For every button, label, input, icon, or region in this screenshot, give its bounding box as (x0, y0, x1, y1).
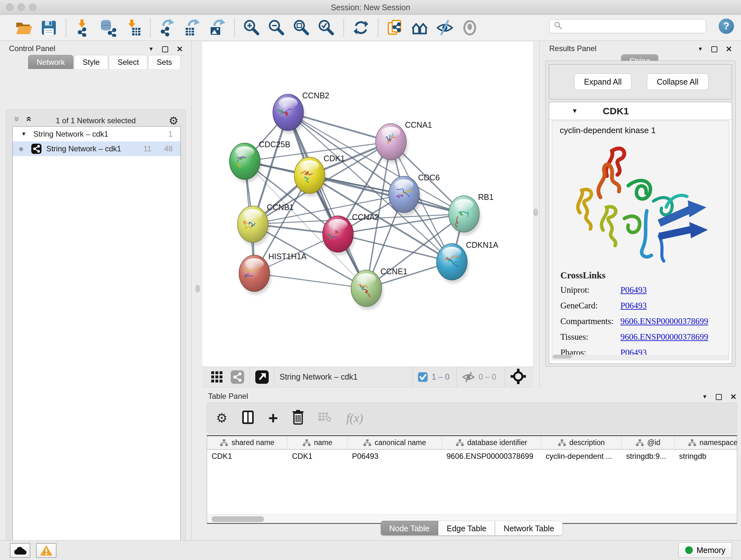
close-panel-icon[interactable]: ✕ (730, 392, 737, 401)
table-cell[interactable]: cyclin-dependent ... (541, 449, 622, 463)
table-cell[interactable]: P06493 (347, 449, 442, 463)
duplicate-network-button[interactable] (383, 17, 408, 39)
table-cell[interactable]: 9606.ENSP00000378699 (442, 449, 541, 463)
export-table-button[interactable] (180, 17, 205, 39)
crosslink-label: Uniprot: (560, 285, 620, 295)
results-scrollbar[interactable] (553, 355, 729, 359)
tab-sets[interactable]: Sets (148, 55, 181, 69)
collapse-panel-icon[interactable]: ▼ (148, 46, 154, 52)
crosslink-link[interactable]: P06493 (620, 285, 647, 295)
tab-select[interactable]: Select (109, 55, 147, 69)
table-cell[interactable]: CDK1 (207, 449, 287, 463)
hidden-eye-slash-icon[interactable] (462, 371, 475, 383)
network-view-title: String Network – cdk1 (280, 372, 358, 381)
export-image-button[interactable] (205, 17, 230, 39)
show-columns-icon[interactable] (242, 410, 254, 426)
section-collapse-icon[interactable]: ▼ (571, 107, 578, 115)
node-description: cyclin-dependent kinase 1 (560, 125, 729, 135)
tree-expand-icon[interactable]: ▼ (21, 131, 26, 137)
node-highlight (243, 209, 262, 220)
maximize-window-button[interactable] (29, 3, 37, 11)
hide-selected-button[interactable] (433, 17, 458, 39)
column-header-shared-name[interactable]: shared name (207, 436, 287, 449)
close-panel-icon[interactable]: ✕ (177, 45, 183, 54)
zoom-selected-button[interactable] (314, 17, 339, 39)
float-panel-icon[interactable] (162, 46, 168, 52)
grid-view-icon[interactable] (211, 371, 223, 383)
crosslink-link[interactable]: 9606.ENSP00000378699 (620, 316, 708, 326)
collapse-panel-icon[interactable]: ▼ (697, 46, 703, 52)
warning-status-button[interactable] (36, 543, 57, 558)
table-options-gear-icon[interactable]: ⚙ (216, 411, 227, 425)
import-network-button[interactable] (71, 17, 96, 39)
column-header-canonical-name[interactable]: canonical name (347, 436, 442, 449)
save-session-button[interactable] (37, 17, 61, 39)
selected-checkbox[interactable] (418, 372, 428, 382)
table-cell[interactable]: CDK1 (287, 449, 347, 463)
table-row[interactable]: CDK1CDK1P064939606.ENSP00000378699cyclin… (207, 449, 737, 463)
crosslink-label: Tissues: (560, 332, 620, 342)
column-type-icon (302, 439, 311, 447)
delete-column-icon[interactable] (292, 410, 304, 426)
column-header-namespace[interactable]: namespace (675, 436, 737, 449)
toolbar-separator (343, 18, 344, 37)
column-type-icon (636, 439, 644, 447)
show-all-button[interactable] (458, 17, 482, 39)
tab-network[interactable]: Network (28, 55, 73, 69)
crosslink-link[interactable]: 9606.ENSP00000378699 (620, 332, 708, 342)
refresh-icon (352, 19, 370, 37)
splitter-handle[interactable] (533, 208, 538, 216)
open-in-new-window-icon[interactable] (255, 370, 269, 384)
collapse-all-button[interactable]: Collapse All (647, 73, 709, 90)
open-session-button[interactable] (11, 17, 37, 39)
table-header-row: shared name name canonical name database… (207, 436, 737, 449)
zoom-fit-button[interactable] (289, 17, 314, 39)
collapse-panel-icon[interactable]: ▼ (702, 394, 708, 400)
memory-button[interactable]: Memory (678, 543, 732, 558)
tab-style[interactable]: Style (74, 55, 108, 69)
zoom-in-button[interactable] (239, 17, 264, 39)
table-panel: Table Panel ▼ ✕ ⚙ + f(x) (202, 387, 741, 540)
birds-eye-view-icon[interactable] (510, 368, 527, 386)
network-canvas[interactable]: CCNB2CCNA1CDC25BCDK1CDC6RB1CCNB1CCNA2CDK… (202, 42, 533, 367)
network-options-gear-icon[interactable]: ⚙ (169, 114, 179, 127)
column-header-@id[interactable]: @id (622, 436, 675, 449)
edge-count: 48 (164, 144, 173, 153)
create-column-icon[interactable]: + (268, 412, 278, 424)
zoom-out-button[interactable] (264, 17, 289, 39)
crosslinks-title: CrossLinks (560, 270, 729, 281)
network-share-view-icon[interactable] (230, 370, 245, 384)
close-panel-icon[interactable]: ✕ (726, 45, 732, 54)
tab-network-table[interactable]: Network Table (495, 521, 562, 536)
network-edge[interactable] (288, 112, 366, 288)
column-header-name[interactable]: name (287, 436, 347, 449)
node-highlight (328, 219, 347, 230)
import-table-button[interactable] (121, 17, 145, 39)
table-cell[interactable]: stringdb (675, 449, 737, 463)
duplicate-network-icon (386, 19, 405, 37)
import-network-from-database-button[interactable] (96, 17, 121, 39)
float-panel-icon[interactable] (711, 46, 718, 52)
column-header-database-identifier[interactable]: database identifier (442, 436, 541, 449)
column-header-description[interactable]: description (541, 436, 622, 449)
table-cell[interactable]: stringdb:9... (622, 449, 675, 463)
splitter-handle[interactable] (195, 285, 200, 293)
refresh-button[interactable] (348, 17, 374, 39)
float-panel-icon[interactable] (716, 394, 722, 400)
expand-all-button[interactable]: Expand All (574, 73, 631, 90)
close-window-button[interactable] (6, 3, 13, 11)
network-tree-row[interactable]: ● String Network – cdk1 11 48 (13, 141, 180, 156)
crosslink-link[interactable]: P06493 (620, 301, 647, 311)
network-tree-row[interactable]: ▼ String Network – cdk1 1 (13, 127, 180, 141)
function-builder-icon: f(x) (346, 411, 363, 425)
export-network-button[interactable] (155, 17, 180, 39)
node-highlight (381, 127, 401, 138)
minimize-window-button[interactable] (17, 3, 25, 11)
node-table[interactable]: shared name name canonical name database… (207, 435, 737, 514)
search-input[interactable] (565, 20, 706, 32)
tab-node-table[interactable]: Node Table (381, 521, 438, 536)
network-overview-button[interactable] (408, 17, 433, 39)
cloud-status-button[interactable] (10, 543, 30, 558)
tab-edge-table[interactable]: Edge Table (438, 521, 495, 536)
help-button[interactable]: ? (719, 18, 734, 34)
